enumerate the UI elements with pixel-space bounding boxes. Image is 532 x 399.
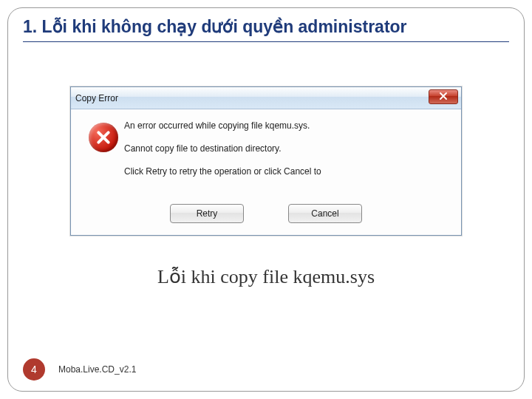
retry-button[interactable]: Retry xyxy=(170,204,244,223)
dialog-wrap: Copy Error An error occurred while copyi… xyxy=(23,86,509,236)
dialog-body: An error occurred while copying file kqe… xyxy=(71,109,461,197)
dialog-message-line: Cannot copy file to destination director… xyxy=(124,143,449,155)
dialog-button-row: Retry Cancel xyxy=(71,197,461,235)
close-button[interactable] xyxy=(429,89,458,104)
slide-footer: 4 Moba.Live.CD_v2.1 xyxy=(23,358,136,381)
slide-heading: 1. Lỗi khi không chạy dưới quyền adminis… xyxy=(23,17,509,42)
error-dialog: Copy Error An error occurred while copyi… xyxy=(70,86,462,236)
dialog-messages: An error occurred while copying file kqe… xyxy=(124,120,449,188)
close-icon xyxy=(439,90,448,103)
slide-frame: 1. Lỗi khi không chạy dưới quyền adminis… xyxy=(7,7,525,392)
footer-text: Moba.Live.CD_v2.1 xyxy=(58,364,136,375)
dialog-title: Copy Error xyxy=(75,93,118,103)
page-number-badge: 4 xyxy=(23,358,45,381)
dialog-titlebar: Copy Error xyxy=(71,87,461,109)
cancel-button[interactable]: Cancel xyxy=(288,204,362,223)
dialog-message-line: An error occurred while copying file kqe… xyxy=(124,120,449,132)
dialog-icon-col xyxy=(83,120,124,188)
error-icon xyxy=(89,123,118,152)
dialog-message-line: Click Retry to retry the operation or cl… xyxy=(124,166,449,178)
figure-caption: Lỗi khi copy file kqemu.sys xyxy=(23,265,509,288)
